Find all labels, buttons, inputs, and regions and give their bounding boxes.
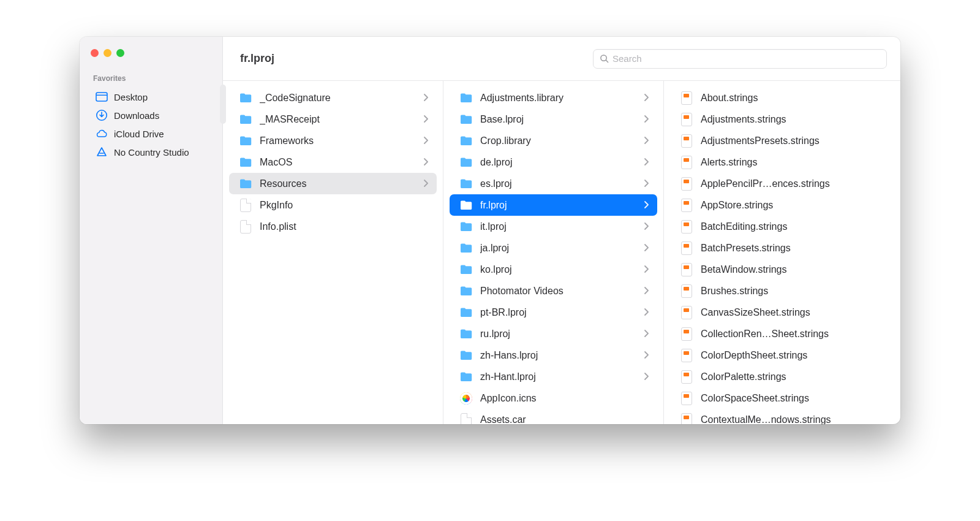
sidebar-item-label: Downloads xyxy=(114,110,159,121)
list-item[interactable]: Alerts.strings xyxy=(670,151,894,173)
list-item[interactable]: PkgInfo xyxy=(229,194,437,216)
list-item[interactable]: _MASReceipt xyxy=(229,108,437,130)
item-label: Alerts.strings xyxy=(701,157,886,168)
folder-icon xyxy=(459,370,473,384)
list-item[interactable]: it.lproj xyxy=(450,216,657,237)
item-label: PkgInfo xyxy=(260,200,428,211)
chevron-right-icon xyxy=(644,286,649,297)
list-item[interactable]: AppStore.strings xyxy=(670,194,894,216)
list-item[interactable]: Resources xyxy=(229,173,437,194)
list-item[interactable]: zh-Hans.lproj xyxy=(450,344,657,366)
desktop-icon xyxy=(96,91,108,103)
strings-file-icon xyxy=(680,327,693,341)
item-label: it.lproj xyxy=(480,221,636,232)
list-item[interactable]: ja.lproj xyxy=(450,237,657,259)
sidebar-item-desktop[interactable]: Desktop xyxy=(91,88,214,106)
strings-file-icon xyxy=(680,263,693,276)
strings-file-icon xyxy=(680,113,693,126)
list-item[interactable]: BetaWindow.strings xyxy=(670,259,894,280)
folder-icon xyxy=(459,306,473,319)
chevron-right-icon xyxy=(644,329,649,340)
folder-icon xyxy=(459,177,473,191)
list-item[interactable]: Crop.library xyxy=(450,130,657,151)
list-item[interactable]: es.lproj xyxy=(450,173,657,194)
list-item[interactable]: ColorSpaceSheet.strings xyxy=(670,387,894,409)
sidebar-resize-handle[interactable] xyxy=(220,85,226,124)
column-0[interactable]: _CodeSignature_MASReceiptFrameworksMacOS… xyxy=(223,81,443,424)
chevron-right-icon xyxy=(644,221,649,232)
chevron-right-icon xyxy=(644,264,649,275)
list-item[interactable]: Base.lproj xyxy=(450,108,657,130)
strings-file-icon xyxy=(680,91,693,105)
item-label: ColorDepthSheet.strings xyxy=(701,350,886,361)
item-label: de.lproj xyxy=(480,157,636,168)
folder-icon xyxy=(239,177,252,191)
sidebar: Favorites Desktop Downloads iCloud Drive xyxy=(80,37,223,424)
item-label: zh-Hans.lproj xyxy=(480,350,636,361)
strings-file-icon xyxy=(680,220,693,234)
list-item[interactable]: CollectionRen…Sheet.strings xyxy=(670,323,894,344)
list-item[interactable]: About.strings xyxy=(670,87,894,108)
folder-icon xyxy=(459,241,473,255)
sidebar-item-downloads[interactable]: Downloads xyxy=(91,106,214,124)
sidebar-item-no-country-studio[interactable]: No Country Studio xyxy=(91,143,214,161)
list-item[interactable]: Adjustments.library xyxy=(450,87,657,108)
chevron-right-icon xyxy=(423,93,428,104)
item-label: MacOS xyxy=(260,157,416,168)
window-title: fr.lproj xyxy=(240,52,274,65)
minimize-window-button[interactable] xyxy=(104,49,111,57)
strings-file-icon xyxy=(680,413,693,425)
sidebar-item-label: iCloud Drive xyxy=(114,129,164,139)
item-label: pt-BR.lproj xyxy=(480,307,636,318)
list-item[interactable]: AdjustmentsPresets.strings xyxy=(670,130,894,151)
list-item[interactable]: fr.lproj xyxy=(450,194,657,216)
sidebar-item-label: Desktop xyxy=(114,92,148,102)
chevron-right-icon xyxy=(644,93,649,104)
list-item[interactable]: de.lproj xyxy=(450,151,657,173)
list-item[interactable]: zh-Hant.lproj xyxy=(450,366,657,387)
folder-icon xyxy=(459,263,473,276)
list-item[interactable]: Frameworks xyxy=(229,130,437,151)
toolbar: fr.lproj xyxy=(223,37,900,81)
item-label: CanvasSizeSheet.strings xyxy=(701,307,886,318)
column-2[interactable]: About.stringsAdjustments.stringsAdjustme… xyxy=(664,81,900,424)
list-item[interactable]: Assets.car xyxy=(450,409,657,424)
list-item[interactable]: BatchPresets.strings xyxy=(670,237,894,259)
item-label: AppStore.strings xyxy=(701,200,886,211)
chevron-right-icon xyxy=(423,157,428,168)
list-item[interactable]: BatchEditing.strings xyxy=(670,216,894,237)
strings-file-icon xyxy=(680,241,693,255)
list-item[interactable]: ColorPalette.strings xyxy=(670,366,894,387)
list-item[interactable]: MacOS xyxy=(229,151,437,173)
list-item[interactable]: AppIcon.icns xyxy=(450,387,657,409)
list-item[interactable]: CanvasSizeSheet.strings xyxy=(670,302,894,323)
column-browser: _CodeSignature_MASReceiptFrameworksMacOS… xyxy=(223,81,900,424)
folder-icon xyxy=(239,91,252,105)
list-item[interactable]: ko.lproj xyxy=(450,259,657,280)
list-item[interactable]: _CodeSignature xyxy=(229,87,437,108)
list-item[interactable]: ApplePencilPr…ences.strings xyxy=(670,173,894,194)
column-1[interactable]: Adjustments.libraryBase.lprojCrop.librar… xyxy=(443,81,664,424)
list-item[interactable]: ContextualMe…ndows.strings xyxy=(670,409,894,424)
zoom-window-button[interactable] xyxy=(116,49,124,57)
list-item[interactable]: ColorDepthSheet.strings xyxy=(670,344,894,366)
file-icon xyxy=(459,413,473,425)
list-item[interactable]: ru.lproj xyxy=(450,323,657,344)
strings-file-icon xyxy=(680,177,693,191)
list-item[interactable]: Adjustments.strings xyxy=(670,108,894,130)
close-window-button[interactable] xyxy=(91,49,99,57)
search-input[interactable] xyxy=(612,53,880,64)
triangle-icon xyxy=(96,146,108,158)
item-label: Info.plist xyxy=(260,221,428,232)
sidebar-item-icloud[interactable]: iCloud Drive xyxy=(91,124,214,143)
list-item[interactable]: Photomator Videos xyxy=(450,280,657,302)
search-field[interactable] xyxy=(593,49,887,69)
list-item[interactable]: Brushes.strings xyxy=(670,280,894,302)
list-item[interactable]: pt-BR.lproj xyxy=(450,302,657,323)
chevron-right-icon xyxy=(644,178,649,189)
list-item[interactable]: Info.plist xyxy=(229,216,437,237)
item-label: ko.lproj xyxy=(480,264,636,275)
folder-icon xyxy=(459,134,473,148)
chevron-right-icon xyxy=(644,350,649,361)
strings-file-icon xyxy=(680,370,693,384)
